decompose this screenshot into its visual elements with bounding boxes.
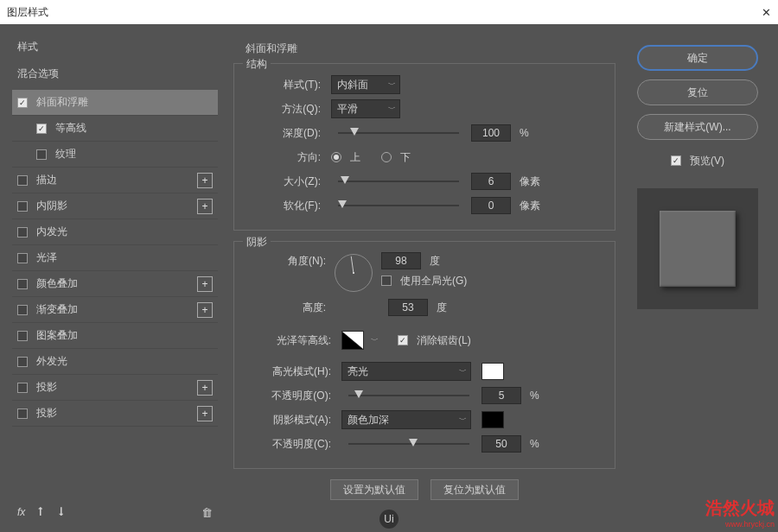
plus-icon[interactable]: +	[197, 199, 213, 214]
watermark: 浩然火城 www.hryckj.cn	[705, 497, 775, 529]
soften-slider[interactable]	[338, 199, 459, 212]
checkbox-icon[interactable]	[17, 98, 28, 108]
effect-stroke[interactable]: 描边+	[12, 168, 218, 193]
highlight-opacity-input[interactable]: 5	[481, 387, 521, 404]
checkbox-icon[interactable]	[17, 357, 28, 367]
checkbox-icon[interactable]	[17, 175, 28, 186]
depth-input[interactable]: 100	[471, 124, 511, 142]
checkbox-icon[interactable]	[36, 124, 47, 134]
arrow-down-icon[interactable]: 🠗	[56, 506, 67, 518]
size-input[interactable]: 6	[471, 173, 511, 190]
new-style-button[interactable]: 新建样式(W)...	[637, 114, 758, 140]
effect-inner-glow[interactable]: 内发光	[12, 219, 218, 245]
highlight-opacity-label: 不透明度(O):	[246, 389, 331, 403]
style-dropdown[interactable]: 内斜面﹀	[331, 75, 400, 94]
chevron-down-icon: ﹀	[459, 415, 467, 426]
depth-label: 深度(D):	[246, 126, 321, 141]
angle-dial[interactable]	[335, 254, 373, 292]
shadow-opacity-label: 不透明度(C):	[246, 437, 331, 452]
ok-button[interactable]: 确定	[637, 45, 758, 71]
effect-contour[interactable]: 等高线	[12, 116, 218, 142]
structure-legend: 结构	[243, 57, 271, 72]
shading-legend: 阴影	[243, 235, 271, 250]
depth-slider[interactable]	[338, 126, 459, 140]
effect-texture[interactable]: 纹理	[12, 142, 218, 168]
checkbox-icon[interactable]	[17, 305, 28, 315]
styles-header[interactable]: 样式	[12, 36, 218, 58]
altitude-label: 高度:	[246, 301, 326, 315]
size-slider[interactable]	[338, 174, 459, 188]
effect-outer-glow[interactable]: 外发光	[12, 349, 218, 375]
checkbox-icon[interactable]	[17, 227, 28, 238]
effect-inner-shadow[interactable]: 内阴影+	[12, 193, 218, 219]
chevron-down-icon[interactable]: ﹀	[371, 335, 379, 346]
checkbox-icon[interactable]	[17, 408, 28, 419]
fx-icon[interactable]: fx	[17, 506, 25, 518]
ui-badge-icon: Ui	[379, 510, 399, 529]
shadow-mode-label: 阴影模式(A):	[246, 413, 331, 428]
contour-picker[interactable]	[341, 331, 364, 350]
preview-swatch	[660, 211, 736, 287]
reset-default-button[interactable]: 复位为默认值	[430, 479, 519, 500]
settings-panel: 斜面和浮雕 结构 样式(T): 内斜面﹀ 方法(Q): 平滑﹀ 深度(D): 1…	[225, 24, 624, 532]
angle-input[interactable]: 98	[381, 252, 421, 269]
effect-satin[interactable]: 光泽	[12, 245, 218, 271]
shadow-opacity-input[interactable]: 50	[481, 435, 521, 453]
preview-checkbox[interactable]	[671, 155, 681, 166]
checkbox-icon[interactable]	[17, 331, 28, 341]
angle-label: 角度(N):	[288, 255, 326, 267]
shadow-mode-dropdown[interactable]: 颜色加深﹀	[341, 410, 471, 429]
effect-drop-shadow[interactable]: 投影+	[12, 375, 218, 401]
styles-panel: 样式 混合选项 斜面和浮雕 等高线 纹理 描边+ 内阴影+ 内发光 光泽 颜色叠…	[0, 24, 225, 532]
shadow-opacity-slider[interactable]	[348, 437, 469, 451]
arrow-up-icon[interactable]: 🠕	[35, 506, 46, 518]
chevron-down-icon: ﹀	[388, 104, 396, 115]
main-content: 样式 混合选项 斜面和浮雕 等高线 纹理 描边+ 内阴影+ 内发光 光泽 颜色叠…	[0, 24, 778, 532]
make-default-button[interactable]: 设置为默认值	[330, 479, 418, 500]
highlight-opacity-slider[interactable]	[348, 389, 469, 402]
plus-icon[interactable]: +	[197, 406, 213, 421]
chevron-down-icon: ﹀	[388, 79, 396, 91]
direction-up-radio[interactable]	[331, 152, 341, 162]
window-title: 图层样式	[7, 5, 48, 20]
direction-down-radio[interactable]	[381, 152, 392, 162]
title-bar: 图层样式 ✕	[0, 0, 778, 24]
effect-color-overlay[interactable]: 颜色叠加+	[12, 271, 218, 297]
checkbox-icon[interactable]	[17, 279, 28, 289]
trash-icon[interactable]: 🗑	[201, 506, 213, 519]
preview-label: 预览(V)	[690, 154, 724, 168]
checkbox-icon[interactable]	[36, 149, 47, 160]
altitude-input[interactable]: 53	[388, 299, 428, 316]
blend-options[interactable]: 混合选项	[12, 63, 218, 85]
effect-pattern-overlay[interactable]: 图案叠加	[12, 323, 218, 349]
checkbox-icon[interactable]	[17, 383, 28, 393]
close-icon[interactable]: ✕	[762, 6, 771, 19]
checkbox-icon[interactable]	[17, 201, 28, 212]
technique-label: 方法(Q):	[246, 102, 321, 117]
soften-input[interactable]: 0	[471, 197, 511, 214]
checkbox-icon[interactable]	[17, 253, 28, 263]
left-footer: fx 🠕 🠗 🗑	[12, 499, 218, 525]
antialias-label: 消除锯齿(L)	[417, 333, 471, 348]
plus-icon[interactable]: +	[197, 276, 213, 292]
antialias-checkbox[interactable]	[398, 335, 408, 345]
technique-dropdown[interactable]: 平滑﹀	[331, 99, 400, 118]
plus-icon[interactable]: +	[197, 380, 213, 396]
cancel-button[interactable]: 复位	[637, 79, 758, 105]
effect-gradient-overlay[interactable]: 渐变叠加+	[12, 297, 218, 323]
preview-box	[637, 188, 758, 309]
effect-drop-shadow-2[interactable]: 投影+	[12, 401, 218, 427]
highlight-mode-label: 高光模式(H):	[246, 364, 331, 379]
effect-bevel-emboss[interactable]: 斜面和浮雕	[12, 90, 218, 116]
plus-icon[interactable]: +	[197, 302, 213, 318]
effects-list: 斜面和浮雕 等高线 纹理 描边+ 内阴影+ 内发光 光泽 颜色叠加+ 渐变叠加+…	[12, 90, 218, 499]
chevron-down-icon: ﹀	[459, 366, 467, 377]
direction-label: 方向:	[246, 150, 321, 165]
highlight-color-swatch[interactable]	[481, 363, 504, 380]
structure-group: 结构 样式(T): 内斜面﹀ 方法(Q): 平滑﹀ 深度(D): 100 % 方…	[233, 63, 615, 231]
shading-group: 阴影 角度(N): 98 度 使用全局光(G) 高度:	[233, 241, 615, 469]
global-light-checkbox[interactable]	[381, 276, 392, 286]
shadow-color-swatch[interactable]	[481, 411, 504, 428]
highlight-mode-dropdown[interactable]: 亮光﹀	[341, 362, 471, 381]
plus-icon[interactable]: +	[197, 173, 213, 188]
